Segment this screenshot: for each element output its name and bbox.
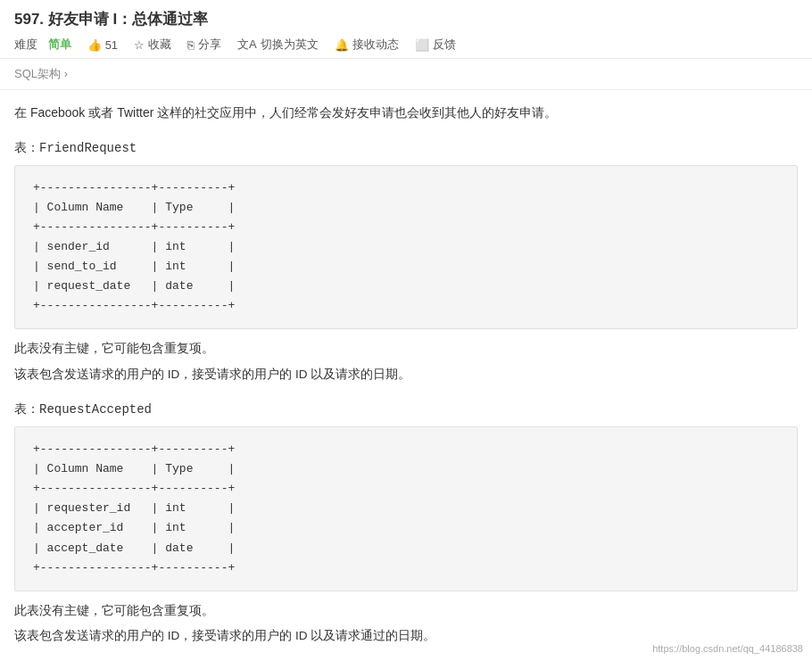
difficulty-label: 难度 [14, 37, 37, 53]
table1-note1: 此表没有主键，它可能包含重复项。 [14, 338, 798, 359]
header: 597. 好友申请 I：总体通过率 难度 简单 👍 51 ☆ 收藏 ⎘ 分享 文… [0, 0, 812, 59]
toolbar: 难度 简单 👍 51 ☆ 收藏 ⎘ 分享 文A 切换为英文 🔔 接收动态 ⬜ 反… [14, 37, 798, 53]
like-button[interactable]: 👍 51 [87, 38, 118, 52]
feedback-button[interactable]: ⬜ 反馈 [415, 37, 456, 53]
table1-label-name: FriendRequest [39, 141, 137, 155]
like-count: 51 [105, 38, 118, 52]
switch-label: 切换为英文 [261, 37, 319, 53]
table1-note2: 该表包含发送请求的用户的 ID，接受请求的用户的 ID 以及请求的日期。 [14, 364, 798, 385]
table1-label-prefix: 表： [14, 140, 39, 154]
share-icon: ⎘ [187, 38, 195, 52]
table1-label: 表：FriendRequest [14, 140, 798, 156]
table1-code: +----------------+----------+ | Column N… [14, 165, 798, 330]
switch-language-button[interactable]: 文A 切换为英文 [237, 37, 319, 53]
feedback-label: 反馈 [433, 37, 456, 53]
page-title: 597. 好友申请 I：总体通过率 [14, 9, 798, 29]
receive-updates-button[interactable]: 🔔 接收动态 [335, 37, 399, 53]
bell-icon: 🔔 [335, 38, 349, 52]
translate-icon: 文A [237, 37, 257, 53]
table2-section: 表：RequestAccepted +----------------+----… [14, 401, 798, 647]
breadcrumb-chevron: › [64, 67, 68, 80]
table2-label: 表：RequestAccepted [14, 401, 798, 417]
feedback-icon: ⬜ [415, 38, 429, 52]
collect-label: 收藏 [148, 37, 171, 53]
intro-text: 在 Facebook 或者 Twitter 这样的社交应用中，人们经常会发好友申… [14, 103, 798, 124]
difficulty-value[interactable]: 简单 [48, 37, 71, 53]
share-label: 分享 [198, 37, 221, 53]
table2-label-name: RequestAccepted [39, 402, 152, 417]
table2-label-prefix: 表： [14, 401, 39, 416]
table2-code: +----------------+----------+ | Column N… [14, 426, 798, 591]
thumbs-up-icon: 👍 [87, 38, 102, 52]
breadcrumb: SQL架构 › [0, 59, 812, 90]
receive-label: 接收动态 [352, 37, 399, 53]
main-content: 在 Facebook 或者 Twitter 这样的社交应用中，人们经常会发好友申… [0, 90, 812, 661]
watermark: https://blog.csdn.net/qq_44186838 [652, 643, 803, 654]
difficulty-item: 难度 简单 [14, 37, 71, 53]
table1-section: 表：FriendRequest +----------------+------… [14, 140, 798, 385]
breadcrumb-link[interactable]: SQL架构 [14, 67, 61, 80]
share-button[interactable]: ⎘ 分享 [187, 37, 221, 53]
table2-note1: 此表没有主键，它可能包含重复项。 [14, 600, 798, 622]
collect-button[interactable]: ☆ 收藏 [134, 37, 171, 53]
star-icon: ☆ [134, 38, 145, 52]
